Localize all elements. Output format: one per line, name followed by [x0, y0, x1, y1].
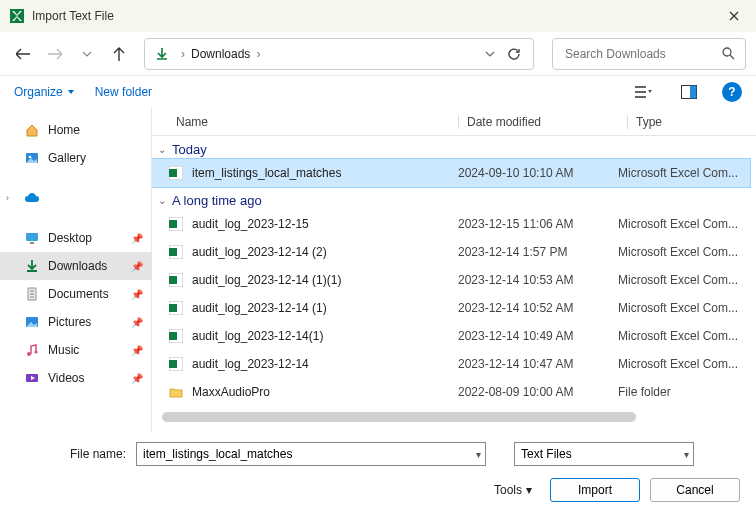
group-label: A long time ago: [172, 193, 262, 208]
file-name: audit_log_2023-12-14 (2): [192, 245, 458, 259]
file-name: audit_log_2023-12-15: [192, 217, 458, 231]
chevron-down-icon: ▾: [684, 449, 689, 460]
group-header-old[interactable]: ⌄ A long time ago: [152, 187, 750, 210]
sidebar-item-desktop[interactable]: Desktop 📌: [0, 224, 151, 252]
cloud-icon: [24, 190, 40, 206]
forward-button[interactable]: [42, 41, 68, 67]
horizontal-scrollbar[interactable]: [162, 410, 740, 424]
excel-file-icon: [168, 244, 184, 260]
window-title: Import Text File: [32, 9, 114, 23]
file-row[interactable]: item_listings_local_matches 2024-09-10 1…: [152, 159, 750, 187]
search-input[interactable]: [563, 46, 735, 62]
file-row[interactable]: audit_log_2023-12-14 (1) 2023-12-14 10:5…: [152, 294, 750, 322]
column-header-type[interactable]: Type: [636, 115, 756, 129]
file-name: MaxxAudioPro: [192, 385, 458, 399]
file-row[interactable]: MaxxAudioPro 2022-08-09 10:00 AM File fo…: [152, 378, 750, 406]
svg-rect-6: [30, 242, 34, 244]
sidebar-label: Music: [48, 343, 79, 357]
tools-menu[interactable]: Tools ▾: [494, 483, 540, 497]
file-date: 2023-12-14 10:53 AM: [458, 273, 618, 287]
folder-icon: [168, 384, 184, 400]
file-type: Microsoft Excel Com...: [618, 357, 750, 371]
pin-icon: 📌: [131, 345, 143, 356]
sidebar-item-pictures[interactable]: Pictures 📌: [0, 308, 151, 336]
svg-point-10: [34, 350, 37, 353]
videos-icon: [24, 370, 40, 386]
close-button[interactable]: [712, 0, 756, 32]
file-row[interactable]: audit_log_2023-12-14 2023-12-14 10:47 AM…: [152, 350, 750, 378]
gallery-icon: [24, 150, 40, 166]
organize-label: Organize: [14, 85, 63, 99]
chevron-down-icon: ▾: [526, 483, 532, 497]
pin-icon: 📌: [131, 261, 143, 272]
sidebar-label: Desktop: [48, 231, 92, 245]
view-options-button[interactable]: [630, 80, 656, 104]
svg-point-0: [723, 48, 731, 56]
breadcrumb-crumbs: › Downloads ›: [177, 47, 264, 61]
file-row[interactable]: audit_log_2023-12-14 (1)(1) 2023-12-14 1…: [152, 266, 750, 294]
chevron-right-icon: ›: [6, 193, 9, 203]
excel-icon: [10, 9, 24, 23]
sidebar-item-onedrive[interactable]: ›: [0, 184, 151, 212]
file-row[interactable]: audit_log_2023-12-14(1) 2023-12-14 10:49…: [152, 322, 750, 350]
breadcrumb-sep: ›: [181, 47, 185, 61]
breadcrumb-bar[interactable]: › Downloads ›: [144, 38, 534, 70]
excel-file-icon: [168, 272, 184, 288]
file-date: 2023-12-14 10:47 AM: [458, 357, 618, 371]
back-button[interactable]: [10, 41, 36, 67]
column-header-date[interactable]: Date modified: [467, 115, 627, 129]
svg-rect-17: [169, 248, 177, 256]
column-headers: Name Date modified Type: [152, 108, 756, 136]
svg-rect-23: [169, 332, 177, 340]
sidebar-label: Home: [48, 123, 80, 137]
excel-file-icon: [168, 356, 184, 372]
preview-pane-button[interactable]: [676, 80, 702, 104]
search-box[interactable]: [552, 38, 746, 70]
filetype-filter-combobox[interactable]: Text Files ▾: [514, 442, 694, 466]
breadcrumb-dropdown[interactable]: [485, 49, 495, 59]
music-icon: [24, 342, 40, 358]
download-arrow-icon: [155, 47, 169, 61]
tools-label: Tools: [494, 483, 522, 497]
footer: File name: item_listings_local_matches ▾…: [0, 432, 756, 514]
breadcrumb-sep: ›: [256, 47, 260, 61]
pin-icon: 📌: [131, 289, 143, 300]
import-button[interactable]: Import: [550, 478, 640, 502]
scrollbar-thumb[interactable]: [162, 412, 636, 422]
home-icon: [24, 122, 40, 138]
filename-combobox[interactable]: item_listings_local_matches ▾: [136, 442, 486, 466]
svg-rect-13: [169, 169, 177, 177]
documents-icon: [24, 286, 40, 302]
svg-rect-15: [169, 220, 177, 228]
organize-menu[interactable]: Organize: [14, 85, 75, 99]
group-header-today[interactable]: ⌄ Today: [152, 136, 750, 159]
column-header-name[interactable]: Name: [176, 115, 458, 129]
refresh-button[interactable]: [503, 47, 525, 61]
file-list-panel: Name Date modified Type ⌄ Today item_lis…: [152, 108, 756, 432]
file-date: 2023-12-15 11:06 AM: [458, 217, 618, 231]
breadcrumb-location[interactable]: Downloads: [191, 47, 250, 61]
file-date: 2022-08-09 10:00 AM: [458, 385, 618, 399]
up-button[interactable]: [106, 41, 132, 67]
help-button[interactable]: ?: [722, 82, 742, 102]
nav-bar: › Downloads ›: [0, 32, 756, 76]
sidebar-item-documents[interactable]: Documents 📌: [0, 280, 151, 308]
file-name: item_listings_local_matches: [192, 166, 458, 180]
sidebar-item-videos[interactable]: Videos 📌: [0, 364, 151, 392]
pictures-icon: [24, 314, 40, 330]
file-row[interactable]: audit_log_2023-12-15 2023-12-15 11:06 AM…: [152, 210, 750, 238]
sidebar-item-downloads[interactable]: Downloads 📌: [0, 252, 151, 280]
file-row[interactable]: audit_log_2023-12-14 (2) 2023-12-14 1:57…: [152, 238, 750, 266]
new-folder-button[interactable]: New folder: [95, 85, 152, 99]
toolbar: Organize New folder ?: [0, 76, 756, 108]
sidebar-item-gallery[interactable]: Gallery: [0, 144, 151, 172]
svg-rect-21: [169, 304, 177, 312]
cancel-button[interactable]: Cancel: [650, 478, 740, 502]
file-name: audit_log_2023-12-14 (1)(1): [192, 273, 458, 287]
svg-rect-5: [26, 233, 38, 241]
recent-locations-button[interactable]: [74, 41, 100, 67]
sidebar-item-home[interactable]: Home: [0, 116, 151, 144]
file-name: audit_log_2023-12-14 (1): [192, 301, 458, 315]
sidebar-item-music[interactable]: Music 📌: [0, 336, 151, 364]
file-list[interactable]: ⌄ Today item_listings_local_matches 2024…: [152, 136, 756, 432]
